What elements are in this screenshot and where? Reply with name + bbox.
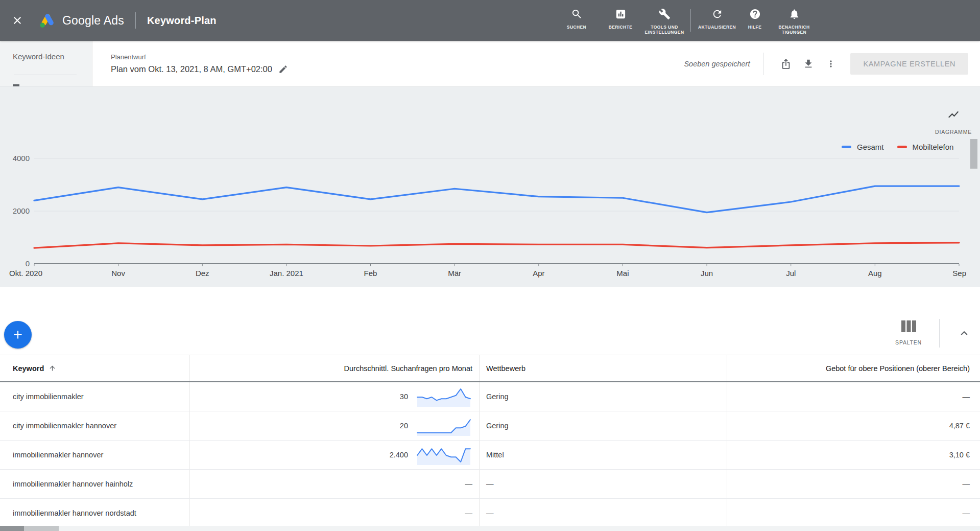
keyword-cell: immobilienmakler hannover hainholz [0, 470, 189, 498]
tools-divider [939, 319, 940, 348]
google-ads-logo [38, 13, 55, 28]
more-vert-icon[interactable] [820, 53, 842, 75]
keyword-plan-app: Google Ads Keyword-Plan SUCHEN BERICHTE [0, 0, 980, 531]
keyword-cell: immobilienmakler hannover nordstadt [0, 499, 189, 527]
gebot-cell: — [727, 382, 980, 411]
column-header-gebot[interactable]: Gebot für obere Positionen (oberer Berei… [727, 355, 980, 381]
sidebar: Keyword-Ideen [0, 41, 92, 86]
svg-text:Nov: Nov [111, 269, 125, 278]
help-icon [749, 8, 761, 22]
vertical-scrollbar-thumb[interactable] [970, 139, 977, 169]
nav-suchen[interactable]: SUCHEN [555, 8, 599, 30]
table-row[interactable]: immobilienmakler hannover 2.400 Mittel 3… [0, 441, 980, 470]
legend-item-gesamt[interactable]: Gesamt [842, 143, 884, 151]
svg-text:Jan. 2021: Jan. 2021 [270, 269, 303, 278]
chart-section: 020004000Okt. 2020NovDezJan. 2021FebMärA… [0, 87, 980, 287]
columns-icon [901, 320, 916, 335]
plan-titles: Planentwurf Plan vom Okt. 13, 2021, 8 AM… [111, 53, 288, 74]
sidebar-divider [14, 75, 77, 75]
share-icon[interactable] [775, 53, 797, 75]
searches-cell: 20 [189, 411, 480, 440]
searches-cell: 30 [189, 382, 480, 411]
bell-icon [788, 8, 800, 22]
svg-text:Jul: Jul [786, 269, 796, 278]
horizontal-scrollbar-thumb-left[interactable] [0, 526, 24, 531]
gebot-cell: 3,10 € [727, 441, 980, 469]
column-header-keyword[interactable]: Keyword [0, 355, 189, 381]
close-icon[interactable] [10, 13, 25, 28]
gebot-cell: 4,87 € [727, 411, 980, 440]
svg-text:Mai: Mai [616, 269, 629, 278]
table-right-tools: SPALTEN [895, 319, 973, 348]
top-app-bar: Google Ads Keyword-Plan SUCHEN BERICHTE [0, 0, 980, 41]
keyword-cell: city immobilienmakler [0, 382, 189, 411]
download-icon[interactable] [797, 53, 820, 75]
page-title: Keyword-Plan [147, 15, 217, 27]
wettbewerb-cell: — [480, 470, 727, 498]
gebot-cell: — [727, 470, 980, 498]
keyword-cell: city immobilienmakler hannover [0, 411, 189, 440]
svg-text:0: 0 [26, 259, 30, 268]
table-row[interactable]: city immobilienmakler 30 Gering — [0, 382, 980, 411]
kampagne-erstellen-button[interactable]: KAMPAGNE ERSTELLEN [850, 53, 968, 75]
svg-text:Sep: Sep [952, 269, 966, 278]
svg-text:Mär: Mär [448, 269, 461, 278]
keyword-table: Keyword Durchschnittl. Suchanfragen pro … [0, 355, 980, 528]
column-header-wettbewerb[interactable]: Wettbewerb [480, 355, 727, 381]
actions-divider [763, 53, 763, 75]
horizontal-scrollbar[interactable] [0, 526, 980, 531]
spalten-button[interactable]: SPALTEN [895, 320, 922, 345]
nav-benachrichtigungen[interactable]: BENACHRICHTIGUNGEN [771, 8, 818, 35]
keyword-cell: immobilienmakler hannover [0, 441, 189, 469]
table-row[interactable]: immobilienmakler hannover nordstadt — — … [0, 499, 980, 528]
diagramme-control[interactable]: DIAGRAMME [935, 108, 972, 135]
plan-header-main: Planentwurf Plan vom Okt. 13, 2021, 8 AM… [92, 41, 980, 86]
plan-actions: Soeben gespeichert KAMPAGNE ERSTELLEN [684, 53, 968, 75]
add-keyword-button[interactable] [4, 321, 32, 349]
plan-header-row: Keyword-Ideen Planentwurf Plan vom Okt. … [0, 41, 980, 87]
chart-legend: Gesamt Mobiltelefon [842, 140, 969, 154]
nav-hilfe[interactable]: HILFE [739, 8, 771, 30]
gebot-cell: — [727, 499, 980, 527]
searches-cell: — [189, 470, 480, 498]
wrench-icon [659, 8, 671, 22]
reports-icon [615, 8, 627, 22]
nav-tools-und-einstellungen[interactable]: TOOLS UND EINSTELLUNGEN [642, 8, 686, 35]
sidebar-item-clipped [13, 84, 19, 86]
chart-icon [947, 108, 960, 123]
searches-cell: 2.400 [189, 441, 480, 469]
collapse-chevron-up-icon[interactable] [955, 324, 973, 342]
wettbewerb-cell: Gering [480, 411, 727, 440]
svg-text:2000: 2000 [13, 206, 30, 215]
wettbewerb-cell: Mittel [480, 441, 727, 469]
trend-chart: 020004000Okt. 2020NovDezJan. 2021FebMärA… [0, 87, 980, 287]
nav-label: TOOLS UND EINSTELLUNGEN [643, 25, 686, 35]
topbar-divider [135, 12, 136, 29]
product-name: Google Ads [62, 14, 124, 28]
table-row[interactable]: immobilienmakler hannover hainholz — — — [0, 470, 980, 499]
sparkline-chart [415, 415, 472, 436]
topbar-nav: SUCHEN BERICHTE TOOLS UND EINSTELLUNGEN [555, 8, 818, 40]
nav-aktualisieren[interactable]: AKTUALISIEREN [695, 8, 739, 30]
searches-value: 30 [400, 393, 408, 401]
column-header-label: Keyword [13, 364, 44, 373]
wettbewerb-cell: — [480, 499, 727, 527]
refresh-icon [711, 8, 723, 22]
plan-title: Plan vom Okt. 13, 2021, 8 AM, GMT+02:00 [111, 64, 272, 74]
nav-label: BENACHRICHTIGUNGEN [777, 25, 811, 35]
legend-item-mobiltelefon[interactable]: Mobiltelefon [897, 143, 954, 151]
nav-berichte[interactable]: BERICHTE [599, 8, 642, 30]
column-header-suchanfragen[interactable]: Durchschnittl. Suchanfragen pro Monat [189, 355, 480, 381]
svg-text:4000: 4000 [13, 154, 30, 163]
nav-label: SUCHEN [567, 25, 586, 30]
sidebar-item-keyword-ideen[interactable]: Keyword-Ideen [13, 52, 64, 61]
table-toolbar: SPALTEN [0, 287, 980, 355]
svg-text:Feb: Feb [364, 269, 377, 278]
nav-label: HILFE [748, 25, 762, 30]
nav-divider [690, 9, 691, 32]
table-row[interactable]: city immobilienmakler hannover 20 Gering… [0, 411, 980, 441]
edit-pencil-icon[interactable] [278, 64, 288, 74]
svg-text:Aug: Aug [868, 269, 882, 278]
svg-text:Dez: Dez [196, 269, 209, 278]
legend-swatch-mobiltelefon [897, 146, 907, 148]
